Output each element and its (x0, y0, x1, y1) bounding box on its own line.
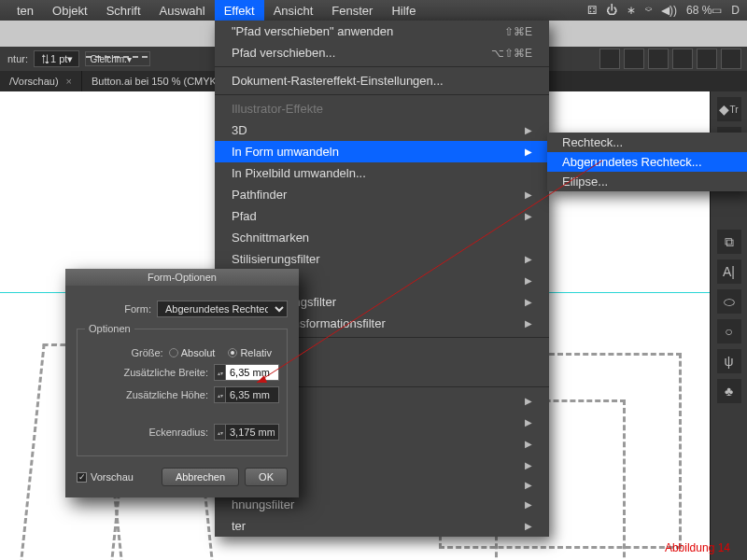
extra-width-input[interactable] (225, 364, 279, 381)
menu-item-fenster[interactable]: Fenster (322, 0, 382, 21)
convert-to-shape-submenu: Rechteck... Abgerundetes Rechteck... Ell… (547, 133, 747, 191)
figure-caption: Abbildung 14 (665, 541, 730, 554)
dropbox-icon: ⚃ (587, 4, 597, 17)
stroke-label: ntur: (7, 53, 28, 64)
panel-icon[interactable] (599, 49, 620, 69)
wifi-icon: ⌔ (645, 4, 652, 17)
submenu-item-rounded-rectangle[interactable]: Abgerundetes Rechteck... (547, 152, 747, 172)
panel-icon[interactable] (672, 49, 693, 69)
options-group: Optionen Größe: Absolut Relativ Zusätzli… (77, 323, 288, 456)
radio-relative[interactable]: Relativ (228, 347, 272, 358)
shape-icon[interactable]: ⬭ (717, 289, 741, 314)
radio-absolute[interactable]: Absolut (169, 347, 216, 358)
panel-icon[interactable] (624, 49, 644, 69)
spinner-icon[interactable]: ▴▾ (214, 424, 225, 441)
panel-icon[interactable] (697, 49, 717, 69)
mac-menubar: ten Objekt Schrift Auswahl Effekt Ansich… (0, 0, 747, 21)
shape-options-dialog: Form-Optionen Form: Abgerundetes Rechtec… (65, 269, 299, 497)
menu-item-last-effect[interactable]: Pfad verschieben...⌥⇧⌘E (215, 42, 549, 63)
menu-item-convert-to-shape[interactable]: In Form umwandeln▶ (215, 141, 549, 162)
doc-tab[interactable]: /Vorschau)× (0, 71, 82, 91)
extra-height-label: Zusätzliche Höhe: (126, 389, 208, 400)
panel-icon[interactable] (721, 49, 741, 69)
stroke-profile-field[interactable]: Gleichm. ▾ (85, 51, 150, 66)
toolbar-right-icons (599, 49, 741, 69)
spinner-icon[interactable]: ▴▾ (214, 386, 225, 403)
dialog-titlebar[interactable]: Form-Optionen (65, 269, 299, 286)
usb-icon[interactable]: ψ (717, 349, 741, 373)
oval-icon[interactable]: ○ (717, 319, 741, 343)
panel-icon[interactable] (648, 49, 669, 69)
menu-item-ps[interactable]: ter▶ (215, 515, 549, 537)
spinner-icon[interactable]: ▴▾ (214, 364, 225, 381)
options-legend: Optionen (85, 323, 134, 334)
crop-icon[interactable]: ⧉ (717, 230, 741, 254)
bluetooth-icon: ∗ (627, 4, 636, 17)
doc-tab[interactable]: Button.ai bei 150 % (CMYK (82, 71, 227, 91)
menu-item[interactable]: ten (7, 0, 43, 21)
menu-item-effekt[interactable]: Effekt (215, 0, 264, 21)
panel-tab[interactable]: ◆ Tr (717, 97, 741, 121)
battery-status: 68 % ▭ (686, 4, 722, 17)
menu-item-schrift[interactable]: Schrift (97, 0, 150, 21)
menu-item-ansicht[interactable]: Ansicht (264, 0, 323, 21)
menu-item-doc-raster[interactable]: Dokument-Rastereffekt-Einstellungen... (215, 70, 549, 91)
menu-item-cropmarks[interactable]: Schnittmarken (215, 227, 549, 248)
menu-item-hilfe[interactable]: Hilfe (382, 0, 425, 21)
menu-item-auswahl[interactable]: Auswahl (150, 0, 215, 21)
menu-item-path[interactable]: Pfad▶ (215, 205, 549, 227)
extra-height-input[interactable] (225, 386, 279, 403)
corner-radius-input[interactable] (225, 424, 279, 441)
menu-item-apply-last[interactable]: "Pfad verschieben" anwenden⇧⌘E (215, 21, 549, 42)
type-icon[interactable]: A| (717, 259, 741, 284)
close-icon[interactable]: × (66, 76, 72, 87)
menu-item-rasterize[interactable]: In Pixelbild umwandeln... (215, 162, 549, 184)
form-select[interactable]: Abgerundetes Rechteck (157, 301, 288, 317)
stroke-weight-field[interactable]: ⮁ 1 pt ▾ (34, 50, 79, 67)
status-tray: ⚃ ⏻ ∗ ⌔ ◀)) 68 % ▭ D (587, 4, 740, 17)
corner-radius-label: Eckenradius: (148, 427, 208, 438)
menu-item-objekt[interactable]: Objekt (43, 0, 97, 21)
power-icon: ⏻ (606, 4, 617, 17)
submenu-item-rectangle[interactable]: Rechteck... (547, 133, 747, 152)
form-label: Form: (124, 303, 151, 315)
submenu-item-ellipse[interactable]: Ellipse... (547, 172, 747, 191)
clock-suffix: D (731, 4, 740, 17)
ok-button[interactable]: OK (245, 468, 288, 486)
menu-section-illustrator: Illustrator-Effekte (215, 98, 549, 119)
preview-checkbox[interactable]: ✓Vorschau (77, 471, 134, 483)
menu-item-stylize[interactable]: Stilisierungsfilter▶ (215, 248, 549, 270)
menu-item-3d[interactable]: 3D▶ (215, 119, 549, 141)
extra-width-label: Zusätzliche Breite: (124, 367, 208, 378)
volume-icon: ◀)) (661, 4, 677, 17)
size-label: Größe: (131, 347, 162, 358)
cancel-button[interactable]: Abbrechen (162, 468, 239, 486)
club-icon[interactable]: ♣ (717, 379, 741, 403)
menu-item-pathfinder[interactable]: Pathfinder▶ (215, 184, 549, 205)
